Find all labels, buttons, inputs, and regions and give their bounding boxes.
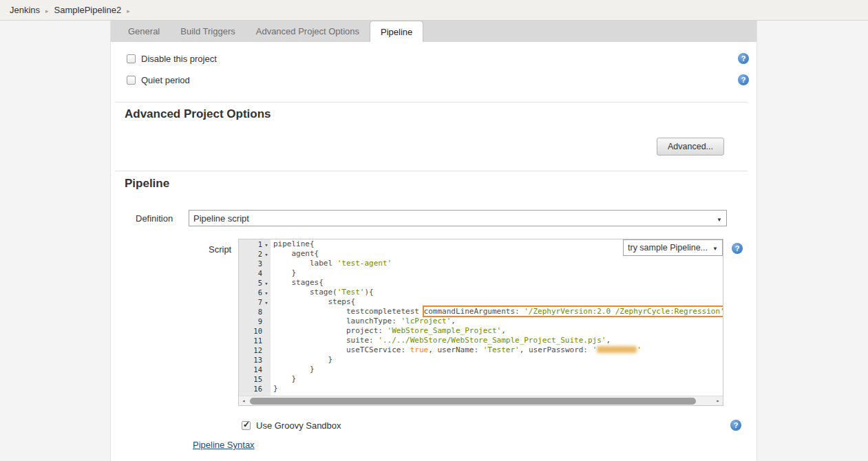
fold-arrow-icon[interactable]: [262, 288, 271, 298]
line-number: 11: [239, 336, 271, 345]
tab-pipeline[interactable]: Pipeline: [370, 21, 423, 42]
script-editor-wrap: 1pipeline{2 agent{3 label 'test-agent'4 …: [238, 239, 723, 406]
breadcrumb-item-jenkins[interactable]: Jenkins: [10, 5, 40, 15]
tab-advanced-project-options[interactable]: Advanced Project Options: [246, 21, 370, 42]
editor-horizontal-scrollbar[interactable]: [239, 396, 723, 405]
code-line[interactable]: 11 suite: '../../WebStore/WebStore_Sampl…: [239, 336, 723, 345]
line-number: 7: [239, 297, 271, 307]
script-label: Script: [209, 239, 238, 255]
line-number: 1: [239, 239, 271, 249]
line-number: 13: [239, 355, 271, 365]
line-number: 2: [239, 249, 271, 259]
fold-arrow-icon[interactable]: [262, 239, 271, 250]
code-line[interactable]: 3 label 'test-agent': [239, 259, 723, 268]
disable-project-checkbox[interactable]: [127, 54, 136, 63]
line-number: 14: [239, 365, 271, 374]
code-line[interactable]: 14 }: [239, 365, 723, 374]
code-line[interactable]: 7 steps{: [239, 297, 723, 307]
code-line[interactable]: 6 stage('Test'){: [239, 288, 723, 297]
pipeline-syntax-row: Pipeline Syntax: [193, 440, 756, 450]
line-number: 10: [239, 326, 271, 336]
config-panel: General Build Triggers Advanced Project …: [110, 21, 757, 461]
line-number: 6: [239, 288, 271, 297]
quiet-period-row: Quiet period: [111, 74, 756, 86]
advanced-options-title: Advanced Project Options: [125, 107, 756, 121]
scrollbar-thumb[interactable]: [250, 398, 696, 405]
fold-arrow-icon[interactable]: [262, 249, 271, 259]
code-line[interactable]: 9 launchType: 'lcProject',: [239, 317, 723, 326]
advanced-button[interactable]: Advanced...: [657, 138, 724, 156]
highlight-box: commandLineArguments: '/ZephyrVersion:2.…: [424, 307, 723, 316]
sample-pipeline-select-value: try sample Pipeline...: [628, 243, 708, 253]
scrollbar-track[interactable]: [248, 396, 713, 406]
code-line[interactable]: 13 }: [239, 355, 723, 365]
definition-label: Definition: [136, 213, 189, 224]
line-number: 15: [239, 374, 271, 384]
definition-row: Definition Pipeline script: [136, 210, 756, 226]
fold-arrow-icon[interactable]: [262, 297, 271, 308]
line-number: 8: [239, 307, 271, 317]
groovy-sandbox-row: Use Groovy Sandbox: [242, 419, 741, 431]
pipeline-syntax-link[interactable]: Pipeline Syntax: [193, 440, 255, 450]
line-number: 9: [239, 317, 271, 326]
section-divider: [115, 102, 748, 103]
fold-arrow-icon[interactable]: [262, 278, 271, 288]
code-line[interactable]: 4 }: [239, 268, 723, 278]
help-icon[interactable]: [738, 74, 749, 85]
tab-general[interactable]: General: [118, 21, 170, 42]
tab-strip: General Build Triggers Advanced Project …: [111, 21, 756, 42]
line-number: 12: [239, 345, 271, 355]
line-number: 16: [239, 384, 271, 394]
definition-select[interactable]: Pipeline script: [189, 210, 727, 226]
breadcrumb: Jenkins SamplePipeline2: [0, 0, 868, 21]
editor-lines: 1pipeline{2 agent{3 label 'test-agent'4 …: [239, 239, 723, 396]
code-line[interactable]: 10 project: 'WebStore_Sample_Project',: [239, 326, 723, 336]
chevron-down-icon: [712, 243, 718, 253]
scroll-right-icon[interactable]: [713, 396, 723, 406]
help-icon[interactable]: [732, 243, 743, 254]
script-row: Script 1pipeline{2 agent{3 label 'test-a…: [209, 239, 756, 406]
disable-project-row: Disable this project: [111, 52, 756, 65]
pipeline-title: Pipeline: [125, 177, 756, 191]
code-line[interactable]: 16}: [239, 384, 723, 394]
groovy-sandbox-label: Use Groovy Sandbox: [256, 420, 341, 431]
code-line[interactable]: 5 stages{: [239, 278, 723, 288]
help-icon[interactable]: [738, 53, 749, 64]
disable-project-label: Disable this project: [141, 54, 217, 64]
line-number: 3: [239, 259, 271, 268]
help-icon[interactable]: [730, 420, 741, 431]
redacted-password: [597, 346, 637, 353]
quiet-period-label: Quiet period: [141, 75, 190, 85]
breadcrumb-item-project[interactable]: SamplePipeline2: [54, 5, 122, 15]
line-number: 4: [239, 268, 271, 278]
sample-pipeline-select[interactable]: try sample Pipeline...: [623, 239, 723, 256]
section-divider: [115, 171, 748, 171]
scroll-left-icon[interactable]: [239, 396, 248, 406]
script-editor[interactable]: 1pipeline{2 agent{3 label 'test-agent'4 …: [238, 239, 723, 406]
advanced-button-row: Advanced...: [111, 138, 756, 156]
breadcrumb-arrow-icon: [40, 5, 54, 15]
tab-build-triggers[interactable]: Build Triggers: [170, 21, 245, 42]
definition-select-value: Pipeline script: [193, 213, 249, 224]
chevron-down-icon: [717, 213, 722, 224]
code-line[interactable]: 8 testcompletetest commandLineArguments:…: [239, 307, 723, 317]
breadcrumb-arrow-icon: [121, 5, 136, 15]
config-content: Disable this project Quiet period Advanc…: [111, 52, 756, 450]
line-number: 5: [239, 278, 271, 288]
quiet-period-checkbox[interactable]: [127, 76, 136, 85]
groovy-sandbox-checkbox[interactable]: [242, 421, 251, 430]
code-line[interactable]: 12 useTCService: true, userName: 'Tester…: [239, 345, 723, 355]
code-line[interactable]: 15 }: [239, 374, 723, 384]
